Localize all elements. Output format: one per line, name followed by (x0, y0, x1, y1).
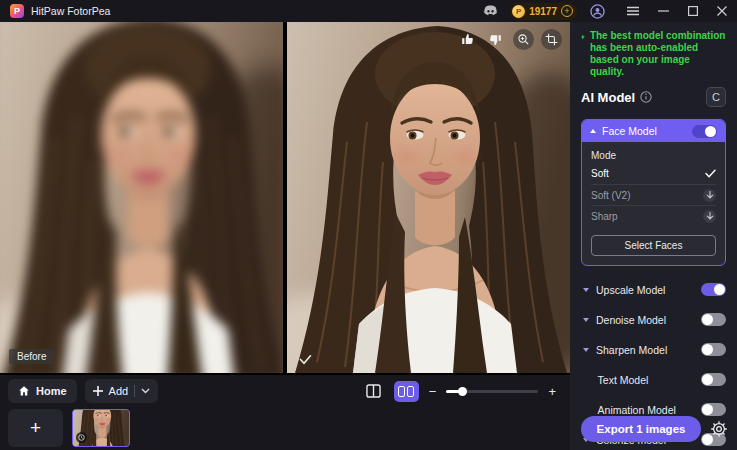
chevron-down-icon[interactable] (583, 348, 589, 352)
add-image-tile[interactable]: + (8, 409, 63, 447)
coin-icon: P (512, 5, 525, 18)
app-logo-icon: P (10, 4, 24, 18)
image-thumbnail[interactable] (72, 409, 130, 447)
home-icon (18, 385, 30, 397)
app-title: HitPaw FotorPea (31, 5, 110, 17)
before-label: Before (9, 349, 54, 364)
menu-icon[interactable] (627, 6, 639, 16)
mode-option-sharp[interactable]: Sharp (591, 205, 716, 226)
before-portrait-image (0, 22, 283, 373)
info-icon[interactable] (640, 91, 652, 103)
thumbs-down-icon[interactable] (485, 29, 506, 50)
crop-icon[interactable] (541, 29, 562, 50)
reset-button[interactable]: C (706, 87, 726, 107)
add-button[interactable]: Add (85, 379, 159, 403)
model-row-sharpen[interactable]: Sharpen Model (581, 343, 726, 356)
select-faces-button[interactable]: Select Faces (591, 235, 716, 256)
add-credits-icon[interactable]: + (561, 5, 573, 17)
denoise-model-toggle[interactable] (701, 313, 726, 326)
add-label: Add (109, 385, 129, 397)
model-row-upscale[interactable]: Upscale Model (581, 283, 726, 296)
zoom-slider-handle[interactable] (458, 387, 467, 396)
before-image-pane[interactable]: Before (0, 22, 283, 373)
auto-enable-notice: The best model combination has been auto… (581, 30, 726, 78)
mode-option-soft-v2[interactable]: Soft (V2) (591, 184, 716, 205)
home-label: Home (36, 385, 67, 397)
upscale-model-toggle[interactable] (701, 283, 726, 296)
settings-sidebar: The best model combination has been auto… (570, 22, 737, 450)
model-row-animation[interactable]: Animation Model (581, 403, 726, 416)
split-view-icon[interactable] (394, 381, 419, 402)
credits-badge[interactable]: P 19177 + (510, 3, 578, 20)
zoom-slider[interactable] (446, 386, 538, 396)
chevron-down-icon[interactable] (141, 388, 150, 394)
export-button[interactable]: Export 1 images (581, 416, 701, 442)
chevron-down-icon[interactable] (583, 288, 589, 292)
zoom-out-button[interactable]: − (429, 384, 437, 399)
face-model-section: Face Model Mode Soft Soft (V2) (581, 119, 726, 266)
plus-icon (93, 386, 103, 396)
minimize-icon[interactable] (658, 6, 669, 16)
mode-option-soft[interactable]: Soft (591, 163, 716, 184)
face-model-toggle[interactable] (692, 125, 717, 138)
model-row-text[interactable]: Text Model (581, 373, 726, 386)
settings-gear-icon[interactable] (710, 420, 728, 438)
zoom-preview-icon[interactable] (513, 29, 534, 50)
face-model-header[interactable]: Face Model (582, 120, 725, 142)
mode-label: Mode (591, 150, 716, 161)
thumbs-up-icon[interactable] (457, 29, 478, 50)
titlebar: P HitPaw FotorPea P 19177 + (0, 0, 737, 22)
face-model-label: Face Model (602, 125, 657, 137)
history-icon (76, 432, 87, 443)
text-model-toggle[interactable] (701, 373, 726, 386)
credits-count: 19177 (529, 6, 557, 17)
notice-text: The best model combination has been auto… (590, 30, 726, 78)
after-image-pane[interactable] (287, 22, 570, 373)
check-icon (705, 169, 716, 178)
after-portrait-image (287, 22, 570, 373)
app-window: P HitPaw FotorPea P 19177 + (0, 0, 737, 450)
maximize-icon[interactable] (688, 6, 698, 16)
model-row-denoise[interactable]: Denoise Model (581, 313, 726, 326)
lightning-icon (581, 30, 585, 44)
divider (134, 385, 135, 397)
enhanced-check-icon (299, 354, 312, 365)
close-icon[interactable] (717, 6, 727, 16)
chevron-down-icon[interactable] (583, 318, 589, 322)
ai-model-title: AI Model (581, 90, 635, 105)
animation-model-toggle[interactable] (701, 403, 726, 416)
bottom-toolbar: Home Add − + + (0, 375, 570, 450)
home-button[interactable]: Home (8, 379, 77, 403)
sharpen-model-toggle[interactable] (701, 343, 726, 356)
collapse-icon (590, 129, 596, 133)
single-view-icon[interactable] (363, 381, 384, 402)
download-icon[interactable] (703, 189, 716, 202)
account-icon[interactable] (590, 4, 605, 19)
zoom-in-button[interactable]: + (548, 384, 556, 399)
download-icon[interactable] (703, 210, 716, 223)
discord-icon[interactable] (483, 5, 498, 17)
